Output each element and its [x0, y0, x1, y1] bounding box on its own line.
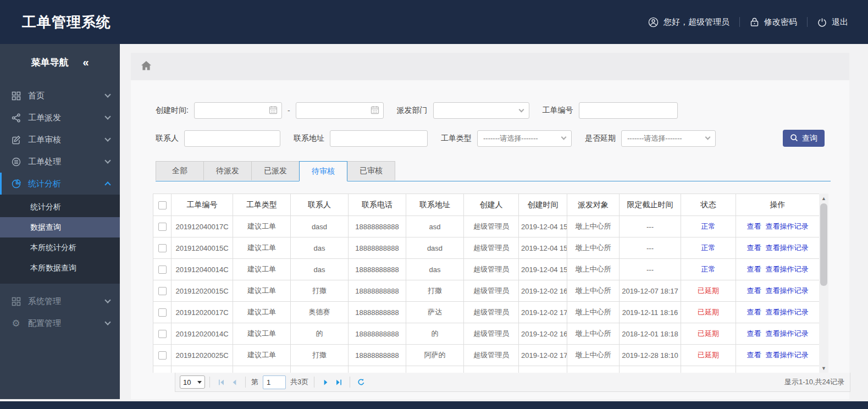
order-type-label: 工单类型 — [441, 134, 472, 143]
column-header: 创建时间 — [519, 194, 567, 216]
dispatch-dept-select[interactable] — [433, 102, 529, 119]
submenu-item-data-query[interactable]: 数据查询 — [0, 217, 120, 237]
logout-button[interactable]: 退出 — [817, 17, 848, 27]
status-badge: 已延期 — [698, 286, 719, 295]
column-header: 操作 — [736, 194, 820, 216]
tab-reviewed[interactable]: 已审核 — [347, 161, 395, 180]
row-checkbox[interactable] — [158, 287, 167, 295]
grid-icon — [11, 296, 21, 306]
app-title: 工单管理系统 — [22, 13, 111, 32]
chevron-down-icon — [104, 135, 110, 141]
total-pages-label: 共3页 — [290, 377, 308, 387]
submenu-item-statistics[interactable]: 统计分析 — [0, 197, 120, 217]
chevron-down-icon — [104, 113, 110, 119]
scroll-up-arrow-icon[interactable]: ▲ — [819, 194, 828, 203]
column-header: 派发对象 — [567, 194, 620, 216]
view-log-link[interactable]: 查看操作记录 — [766, 351, 809, 359]
view-log-link[interactable]: 查看操作记录 — [766, 329, 809, 338]
view-link[interactable]: 查看 — [747, 351, 761, 359]
row-checkbox[interactable] — [158, 244, 167, 252]
create-time-end-input[interactable] — [296, 102, 384, 119]
status-badge: 正常 — [701, 265, 716, 273]
view-log-link[interactable]: 查看操作记录 — [766, 244, 809, 252]
home-icon[interactable] — [141, 60, 152, 73]
sidebar-item-review[interactable]: 工单审核 — [0, 129, 120, 151]
column-header: 创建人 — [464, 194, 519, 216]
sidebar-collapse-button[interactable]: « — [82, 57, 89, 68]
row-checkbox[interactable] — [158, 223, 167, 231]
sidebar-item-config[interactable]: ⚙ 配置管理 — [0, 312, 120, 334]
sidebar-item-label: 系统管理 — [28, 296, 106, 307]
submenu-item-local-data-query[interactable]: 本所数据查询 — [0, 258, 120, 278]
view-link[interactable]: 查看 — [747, 222, 761, 230]
address-input[interactable] — [330, 130, 428, 147]
search-button[interactable]: 查询 — [783, 130, 825, 147]
create-time-start-input[interactable] — [194, 102, 282, 119]
contact-input[interactable] — [184, 130, 280, 147]
sidebar-item-system[interactable]: 系统管理 — [0, 290, 120, 312]
chevron-down-icon — [104, 91, 110, 97]
topbar-divider — [739, 17, 740, 27]
view-link[interactable]: 查看 — [747, 286, 761, 295]
submenu-item-local-statistics[interactable]: 本所统计分析 — [0, 237, 120, 258]
refresh-button[interactable] — [355, 375, 368, 389]
sidebar-item-statistics[interactable]: 统计分析 — [0, 173, 120, 195]
pager-divider — [314, 377, 314, 388]
statistics-submenu: 统计分析 数据查询 本所统计分析 本所数据查询 — [0, 195, 120, 284]
view-log-link[interactable]: 查看操作记录 — [766, 265, 809, 273]
chevron-down-icon — [705, 135, 711, 140]
logout-label: 退出 — [832, 17, 848, 27]
sidebar-item-dispatch[interactable]: 工单派发 — [0, 107, 120, 129]
tab-to-review[interactable]: 待审核 — [299, 161, 347, 181]
tab-to-dispatch[interactable]: 待派发 — [203, 161, 252, 180]
scroll-down-arrow-icon[interactable]: ▼ — [819, 363, 828, 373]
sidebar-item-label: 首页 — [28, 91, 106, 101]
sidebar-item-process[interactable]: 工单处理 — [0, 151, 120, 173]
view-log-link[interactable]: 查看操作记录 — [766, 222, 809, 230]
user-menu[interactable]: 您好，超级管理员 — [648, 17, 729, 27]
status-badge: 正常 — [701, 222, 716, 230]
order-no-input[interactable] — [579, 102, 678, 119]
order-type-select[interactable]: -------请选择------- — [477, 130, 572, 147]
row-checkbox[interactable] — [158, 308, 167, 317]
first-page-button[interactable] — [214, 375, 228, 389]
scrollbar-thumb[interactable] — [820, 203, 827, 286]
column-header: 状态 — [681, 194, 736, 216]
row-checkbox[interactable] — [158, 266, 167, 274]
calendar-icon[interactable] — [371, 106, 379, 116]
tab-all[interactable]: 全部 — [156, 161, 204, 180]
view-link[interactable]: 查看 — [747, 308, 761, 316]
user-icon — [648, 17, 659, 27]
last-page-button[interactable] — [332, 375, 345, 389]
chevron-up-icon — [104, 181, 110, 187]
grid-icon — [11, 91, 21, 101]
change-password-button[interactable]: 修改密码 — [750, 17, 797, 27]
sidebar-item-label: 工单处理 — [28, 157, 106, 167]
view-link[interactable]: 查看 — [747, 329, 761, 338]
next-page-button[interactable] — [319, 375, 332, 389]
prev-page-button[interactable] — [228, 375, 241, 389]
row-checkbox[interactable] — [158, 330, 167, 338]
page-size-select[interactable]: 10 — [180, 375, 205, 389]
view-link[interactable]: 查看 — [747, 265, 761, 273]
pie-chart-icon — [11, 179, 21, 189]
top-bar: 工单管理系统 您好，超级管理员 修改密码 退出 — [0, 0, 868, 44]
view-link[interactable]: 查看 — [747, 244, 761, 252]
tab-dispatched[interactable]: 已派发 — [251, 161, 300, 180]
calendar-icon[interactable] — [269, 106, 278, 116]
table-row: 201912040015C建议工单 das18888888888 dasd超级管… — [153, 237, 820, 259]
sidebar-item-label: 配置管理 — [28, 318, 106, 329]
page-number-input[interactable] — [263, 375, 286, 389]
select-all-checkbox[interactable] — [158, 201, 167, 209]
chevron-down-icon — [197, 381, 202, 384]
table-header-row: 工单编号 工单类型 联系人 联系电话 联系地址 创建人 创建时间 派发对象 限定… — [153, 194, 820, 216]
view-log-link[interactable]: 查看操作记录 — [766, 286, 809, 295]
row-checkbox[interactable] — [158, 351, 167, 360]
view-log-link[interactable]: 查看操作记录 — [766, 308, 809, 316]
pager-divider — [350, 377, 350, 388]
process-icon — [11, 157, 21, 167]
vertical-scrollbar[interactable]: ▲ ▼ — [819, 194, 828, 373]
is-delay-select[interactable]: -------请选择------- — [621, 130, 716, 147]
sidebar-item-home[interactable]: 首页 — [0, 85, 120, 107]
change-password-label: 修改密码 — [764, 17, 797, 27]
